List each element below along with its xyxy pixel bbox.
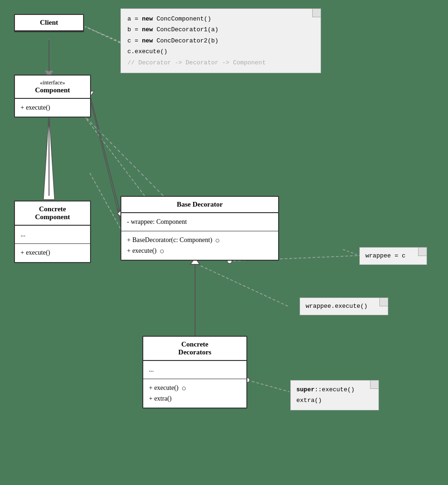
wrappee-note: wrappee = c <box>359 247 427 265</box>
client-label: Client <box>40 19 58 26</box>
concrete-decorators-fields: ... <box>143 361 246 379</box>
note-fold-super <box>370 381 378 389</box>
note-line-2: b = new ConcDecorator1(a) <box>127 24 314 35</box>
svg-line-11 <box>91 103 120 222</box>
concrete-component-label: ConcreteComponent <box>35 205 70 221</box>
component-execute: + execute() <box>21 104 50 111</box>
base-decorator-execute: + execute() <box>127 246 273 256</box>
component-stereotype: «interface» <box>21 79 84 86</box>
note-line-3: c = new ConcDecorator2(b) <box>127 35 314 46</box>
circle-execute <box>160 249 164 253</box>
circle-constructor <box>216 239 219 242</box>
base-decorator-header: Base Decorator <box>121 197 278 213</box>
svg-line-22 <box>85 27 120 43</box>
base-decorator-constructor: + BaseDecorator(c: Component) <box>127 235 273 245</box>
client-header: Client <box>15 15 83 31</box>
note-line-1: a = new ConcComponent() <box>127 14 314 24</box>
component-methods: + execute() <box>15 99 90 117</box>
svg-line-23 <box>82 113 163 196</box>
execute-note-text: wrappee.execute() <box>306 303 368 310</box>
circle-cd-execute <box>182 387 186 390</box>
execute-note: wrappee.execute() <box>300 298 388 315</box>
note-fold-execute <box>379 298 388 306</box>
top-note: a = new ConcComponent() b = new ConcDeco… <box>120 8 321 73</box>
concrete-decorators-box: ConcreteDecorators ... + execute() + ext… <box>142 336 247 409</box>
note-line-5: // Decorator -> Decorator -> Component <box>127 57 314 68</box>
concrete-decorators-header: ConcreteDecorators <box>143 337 246 361</box>
svg-line-12 <box>90 93 120 214</box>
base-decorator-methods: + BaseDecorator(c: Component) + execute(… <box>121 231 278 260</box>
svg-line-32 <box>247 380 289 392</box>
component-header: «interface» Component <box>15 76 90 99</box>
concrete-decorators-label: ConcreteDecorators <box>178 340 211 356</box>
concrete-component-execute: + execute() <box>21 249 50 256</box>
svg-line-7 <box>90 173 120 229</box>
base-decorator-fields: - wrappee: Component <box>121 213 278 231</box>
concrete-component-header: ConcreteComponent <box>15 201 90 226</box>
super-note: super::execute() extra() <box>290 380 379 410</box>
concrete-component-box: ConcreteComponent ... + execute() <box>14 201 91 263</box>
base-decorator-label: Base Decorator <box>177 201 223 208</box>
note-line-4: c.execute() <box>127 46 314 57</box>
wrappee-note-text: wrappee = c <box>365 252 406 259</box>
note-fold-wrappee <box>418 248 427 256</box>
note-fold-icon <box>312 9 321 17</box>
super-note-line2: extra() <box>296 395 373 406</box>
svg-line-25 <box>92 103 120 214</box>
component-label: Component <box>35 86 70 94</box>
svg-line-34 <box>343 249 359 256</box>
svg-line-29 <box>201 266 289 307</box>
base-decorator-wrappee: - wrappee: Component <box>127 218 187 225</box>
super-note-line1: super::execute() <box>296 384 373 395</box>
concrete-decorators-execute: + execute() <box>149 383 241 393</box>
concrete-component-dots: ... <box>21 231 26 238</box>
concrete-decorators-dots: ... <box>149 366 154 373</box>
svg-marker-6 <box>43 113 55 200</box>
concrete-decorators-methods: + execute() + extra() <box>143 379 246 408</box>
concrete-component-fields: ... <box>15 226 90 244</box>
svg-line-10 <box>85 27 120 42</box>
diagram-container: Client a = new ConcComponent() b = new C… <box>0 0 448 485</box>
base-decorator-box: Base Decorator - wrappee: Component + Ba… <box>120 196 279 261</box>
concrete-component-methods: + execute() <box>15 244 90 262</box>
component-box: «interface» Component + execute() <box>14 75 91 118</box>
client-box: Client <box>14 14 84 32</box>
concrete-decorators-extra: + extra() <box>149 394 241 404</box>
svg-line-8 <box>82 113 145 196</box>
